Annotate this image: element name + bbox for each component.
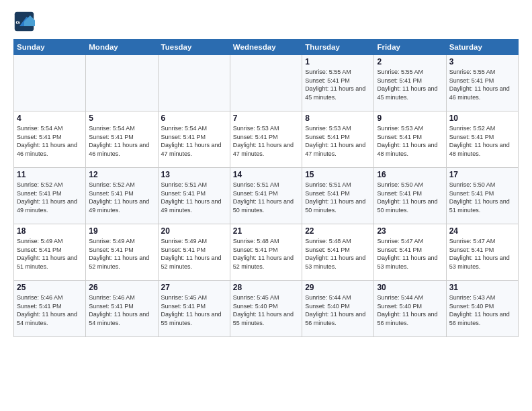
day-cell: 16Sunrise: 5:50 AMSunset: 5:41 PMDayligh… xyxy=(374,168,446,224)
day-cell: 11Sunrise: 5:52 AMSunset: 5:41 PMDayligh… xyxy=(14,168,86,224)
day-info: Sunrise: 5:51 AMSunset: 5:41 PMDaylight:… xyxy=(305,181,371,214)
page: G SundayMondayTuesdayWednesdayThursdayFr… xyxy=(0,0,532,411)
day-number: 1 xyxy=(305,57,371,66)
calendar-table: SundayMondayTuesdayWednesdayThursdayFrid… xyxy=(13,39,519,337)
week-row-1: 1Sunrise: 5:55 AMSunset: 5:41 PMDaylight… xyxy=(14,55,519,111)
day-number: 19 xyxy=(89,226,154,236)
day-cell xyxy=(86,55,158,111)
day-number: 11 xyxy=(17,170,83,179)
day-info: Sunrise: 5:55 AMSunset: 5:41 PMDaylight:… xyxy=(305,68,371,101)
logo: G xyxy=(13,11,38,32)
day-number: 31 xyxy=(449,283,515,292)
day-cell: 3Sunrise: 5:55 AMSunset: 5:41 PMDaylight… xyxy=(446,55,518,111)
day-number: 15 xyxy=(305,170,371,179)
day-number: 27 xyxy=(161,283,227,292)
day-cell: 30Sunrise: 5:44 AMSunset: 5:40 PMDayligh… xyxy=(374,281,446,337)
day-cell: 5Sunrise: 5:54 AMSunset: 5:41 PMDaylight… xyxy=(86,111,158,168)
day-info: Sunrise: 5:45 AMSunset: 5:40 PMDaylight:… xyxy=(233,293,299,327)
weekday-header-saturday: Saturday xyxy=(446,40,518,55)
day-cell: 12Sunrise: 5:52 AMSunset: 5:41 PMDayligh… xyxy=(86,168,158,224)
day-info: Sunrise: 5:53 AMSunset: 5:41 PMDaylight:… xyxy=(233,124,299,158)
day-cell: 19Sunrise: 5:49 AMSunset: 5:41 PMDayligh… xyxy=(86,224,158,281)
day-cell: 10Sunrise: 5:52 AMSunset: 5:41 PMDayligh… xyxy=(446,111,518,168)
week-row-3: 11Sunrise: 5:52 AMSunset: 5:41 PMDayligh… xyxy=(14,168,519,224)
day-info: Sunrise: 5:48 AMSunset: 5:41 PMDaylight:… xyxy=(233,237,299,271)
day-number: 12 xyxy=(89,170,154,179)
day-cell: 27Sunrise: 5:45 AMSunset: 5:41 PMDayligh… xyxy=(158,281,230,337)
day-info: Sunrise: 5:53 AMSunset: 5:41 PMDaylight:… xyxy=(305,124,371,158)
day-info: Sunrise: 5:45 AMSunset: 5:41 PMDaylight:… xyxy=(161,293,227,327)
day-cell: 2Sunrise: 5:55 AMSunset: 5:41 PMDaylight… xyxy=(374,55,446,111)
day-info: Sunrise: 5:55 AMSunset: 5:41 PMDaylight:… xyxy=(377,68,443,101)
day-info: Sunrise: 5:49 AMSunset: 5:41 PMDaylight:… xyxy=(161,237,227,271)
logo-icon: G xyxy=(13,11,35,32)
day-number: 25 xyxy=(17,283,83,292)
day-cell: 25Sunrise: 5:46 AMSunset: 5:41 PMDayligh… xyxy=(14,281,86,337)
svg-text:G: G xyxy=(16,19,20,26)
day-cell: 29Sunrise: 5:44 AMSunset: 5:40 PMDayligh… xyxy=(302,281,374,337)
day-cell: 21Sunrise: 5:48 AMSunset: 5:41 PMDayligh… xyxy=(230,224,302,281)
day-cell: 14Sunrise: 5:51 AMSunset: 5:41 PMDayligh… xyxy=(230,168,302,224)
day-number: 18 xyxy=(17,226,83,236)
header: G xyxy=(13,11,519,32)
day-number: 30 xyxy=(377,283,443,292)
day-info: Sunrise: 5:52 AMSunset: 5:41 PMDaylight:… xyxy=(89,181,154,214)
day-number: 26 xyxy=(89,283,154,292)
day-info: Sunrise: 5:46 AMSunset: 5:41 PMDaylight:… xyxy=(17,293,83,327)
day-info: Sunrise: 5:54 AMSunset: 5:41 PMDaylight:… xyxy=(161,124,227,158)
week-row-5: 25Sunrise: 5:46 AMSunset: 5:41 PMDayligh… xyxy=(14,281,519,337)
weekday-header-tuesday: Tuesday xyxy=(158,40,230,55)
day-cell: 4Sunrise: 5:54 AMSunset: 5:41 PMDaylight… xyxy=(14,111,86,168)
day-number: 23 xyxy=(377,226,443,236)
day-cell: 22Sunrise: 5:48 AMSunset: 5:41 PMDayligh… xyxy=(302,224,374,281)
day-info: Sunrise: 5:54 AMSunset: 5:41 PMDaylight:… xyxy=(89,124,154,158)
day-number: 28 xyxy=(233,283,299,292)
day-number: 17 xyxy=(449,170,515,179)
day-number: 29 xyxy=(305,283,371,292)
weekday-header-row: SundayMondayTuesdayWednesdayThursdayFrid… xyxy=(14,40,519,55)
day-cell: 15Sunrise: 5:51 AMSunset: 5:41 PMDayligh… xyxy=(302,168,374,224)
day-number: 6 xyxy=(161,113,227,123)
day-cell: 1Sunrise: 5:55 AMSunset: 5:41 PMDaylight… xyxy=(302,55,374,111)
weekday-header-thursday: Thursday xyxy=(302,40,374,55)
week-row-4: 18Sunrise: 5:49 AMSunset: 5:41 PMDayligh… xyxy=(14,224,519,281)
day-number: 9 xyxy=(377,113,443,123)
weekday-header-friday: Friday xyxy=(374,40,446,55)
day-number: 8 xyxy=(305,113,371,123)
day-cell: 24Sunrise: 5:47 AMSunset: 5:41 PMDayligh… xyxy=(446,224,518,281)
day-info: Sunrise: 5:49 AMSunset: 5:41 PMDaylight:… xyxy=(89,237,154,271)
day-info: Sunrise: 5:43 AMSunset: 5:40 PMDaylight:… xyxy=(449,293,515,327)
day-number: 20 xyxy=(161,226,227,236)
day-info: Sunrise: 5:51 AMSunset: 5:41 PMDaylight:… xyxy=(161,181,227,214)
day-cell xyxy=(14,55,86,111)
day-cell: 8Sunrise: 5:53 AMSunset: 5:41 PMDaylight… xyxy=(302,111,374,168)
day-info: Sunrise: 5:52 AMSunset: 5:41 PMDaylight:… xyxy=(17,181,83,214)
weekday-header-wednesday: Wednesday xyxy=(230,40,302,55)
day-cell: 20Sunrise: 5:49 AMSunset: 5:41 PMDayligh… xyxy=(158,224,230,281)
day-number: 22 xyxy=(305,226,371,236)
weekday-header-monday: Monday xyxy=(86,40,158,55)
day-info: Sunrise: 5:44 AMSunset: 5:40 PMDaylight:… xyxy=(377,293,443,327)
day-cell: 28Sunrise: 5:45 AMSunset: 5:40 PMDayligh… xyxy=(230,281,302,337)
day-number: 5 xyxy=(89,113,154,123)
day-number: 16 xyxy=(377,170,443,179)
day-info: Sunrise: 5:55 AMSunset: 5:41 PMDaylight:… xyxy=(449,68,515,101)
day-number: 14 xyxy=(233,170,299,179)
day-cell: 7Sunrise: 5:53 AMSunset: 5:41 PMDaylight… xyxy=(230,111,302,168)
day-cell: 9Sunrise: 5:53 AMSunset: 5:41 PMDaylight… xyxy=(374,111,446,168)
day-number: 13 xyxy=(161,170,227,179)
day-info: Sunrise: 5:53 AMSunset: 5:41 PMDaylight:… xyxy=(377,124,443,158)
day-info: Sunrise: 5:51 AMSunset: 5:41 PMDaylight:… xyxy=(233,181,299,214)
day-number: 2 xyxy=(377,57,443,66)
week-row-2: 4Sunrise: 5:54 AMSunset: 5:41 PMDaylight… xyxy=(14,111,519,168)
day-cell: 17Sunrise: 5:50 AMSunset: 5:41 PMDayligh… xyxy=(446,168,518,224)
day-cell xyxy=(230,55,302,111)
day-cell xyxy=(158,55,230,111)
day-info: Sunrise: 5:44 AMSunset: 5:40 PMDaylight:… xyxy=(305,293,371,327)
day-number: 24 xyxy=(449,226,515,236)
day-number: 10 xyxy=(449,113,515,123)
day-info: Sunrise: 5:50 AMSunset: 5:41 PMDaylight:… xyxy=(449,181,515,214)
day-number: 3 xyxy=(449,57,515,66)
day-info: Sunrise: 5:50 AMSunset: 5:41 PMDaylight:… xyxy=(377,181,443,214)
day-cell: 23Sunrise: 5:47 AMSunset: 5:41 PMDayligh… xyxy=(374,224,446,281)
